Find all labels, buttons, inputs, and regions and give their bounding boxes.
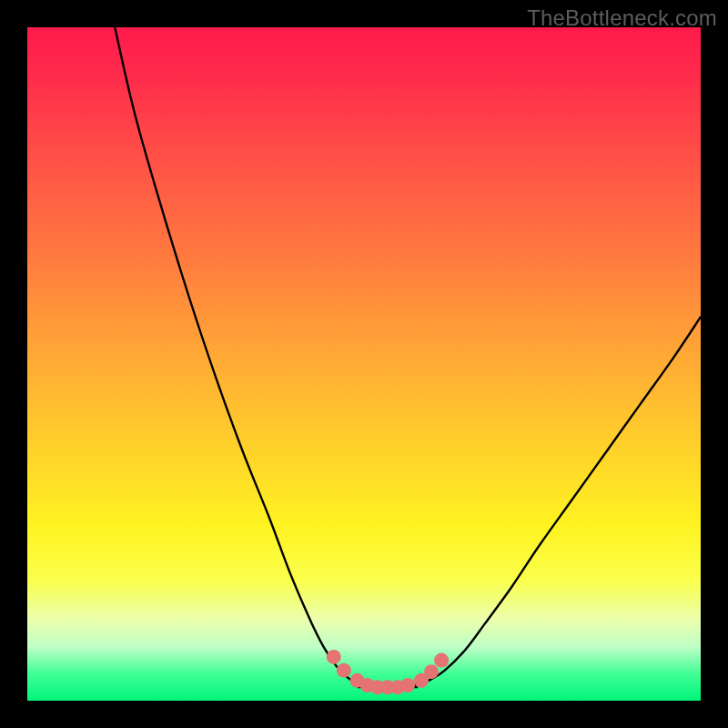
valley-marker xyxy=(337,663,351,678)
valley-marker xyxy=(424,664,439,679)
valley-marker xyxy=(434,653,449,668)
chart-svg xyxy=(27,27,701,701)
chart-frame: TheBottleneck.com xyxy=(0,0,728,728)
curve-right xyxy=(404,317,701,687)
curve-left xyxy=(115,27,418,687)
valley-marker xyxy=(400,678,415,693)
plot-area xyxy=(27,27,701,701)
watermark-text: TheBottleneck.com xyxy=(527,5,717,31)
valley-marker xyxy=(327,650,341,664)
valley-markers xyxy=(327,650,449,694)
